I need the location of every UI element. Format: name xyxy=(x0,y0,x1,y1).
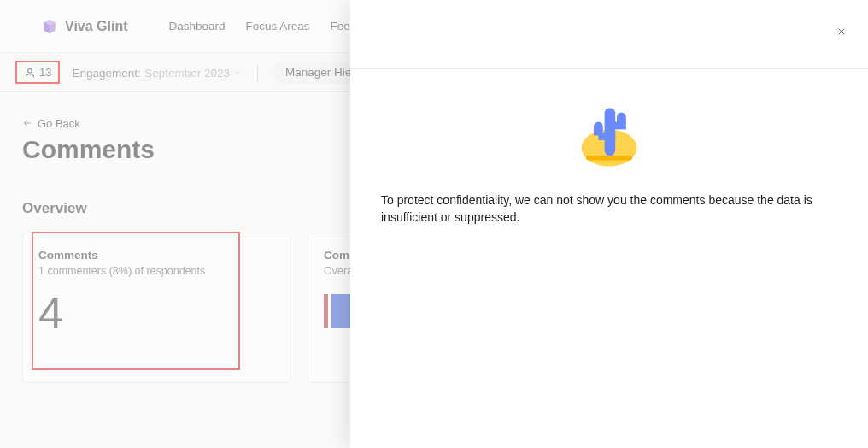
engagement-label: Engagement: xyxy=(72,67,140,80)
sentiment-negative-segment xyxy=(324,294,328,328)
user-count-value: 13 xyxy=(39,66,51,79)
confidentiality-message: To protect confidentiality, we can not s… xyxy=(381,192,837,227)
comments-card-title: Comments xyxy=(38,249,274,262)
brand-name: Viva Glint xyxy=(65,19,128,34)
go-back-link[interactable]: Go Back xyxy=(22,117,80,130)
svg-point-0 xyxy=(28,68,32,73)
nav-dashboard[interactable]: Dashboard xyxy=(169,20,226,32)
side-panel: To protect confidentiality, we can not s… xyxy=(350,0,868,448)
cactus-icon xyxy=(571,94,648,171)
viva-glint-logo-icon xyxy=(41,18,58,35)
svg-rect-3 xyxy=(598,133,615,140)
svg-rect-2 xyxy=(605,108,616,156)
comments-card-subtitle: 1 commenters (8%) of respondents xyxy=(38,265,274,277)
go-back-label: Go Back xyxy=(38,117,80,130)
user-count-badge[interactable]: 13 xyxy=(15,61,60,84)
engagement-filter[interactable]: Engagement: September 2023 xyxy=(72,65,242,80)
panel-content: To protect confidentiality, we can not s… xyxy=(350,0,868,227)
close-icon xyxy=(836,26,847,38)
comments-count-value: 4 xyxy=(38,291,274,335)
chevron-down-icon xyxy=(233,68,242,77)
svg-rect-5 xyxy=(586,156,632,160)
person-icon xyxy=(24,67,36,79)
close-button[interactable] xyxy=(834,24,849,39)
comments-card[interactable]: Comments 1 commenters (8%) of respondent… xyxy=(22,233,290,383)
nav-focus-areas[interactable]: Focus Areas xyxy=(246,20,310,32)
filter-divider xyxy=(257,64,258,81)
panel-divider xyxy=(350,68,868,69)
svg-rect-4 xyxy=(609,121,626,129)
empty-state-illustration xyxy=(381,94,837,171)
brand-logo[interactable]: Viva Glint xyxy=(41,18,128,35)
engagement-value: September 2023 xyxy=(144,67,242,80)
top-nav: Dashboard Focus Areas Feed xyxy=(169,20,357,32)
arrow-left-icon xyxy=(22,118,32,128)
